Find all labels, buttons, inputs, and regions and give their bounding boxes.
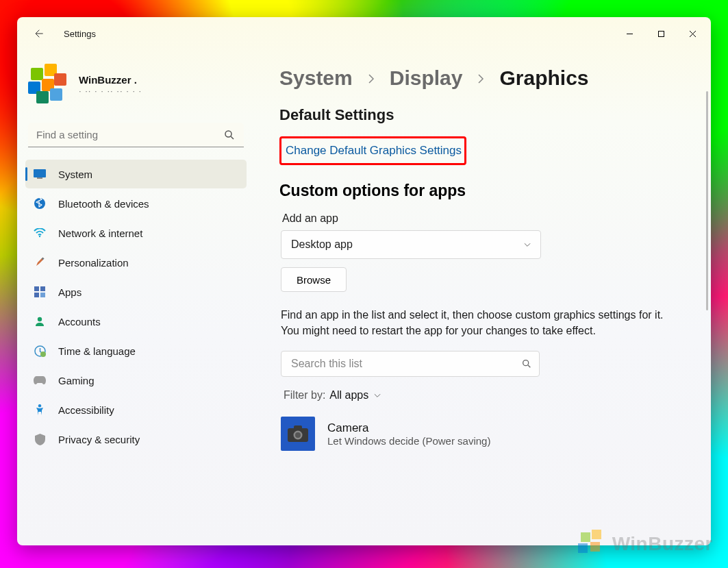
sidebar-item-accounts[interactable]: Accounts: [25, 307, 247, 336]
close-icon: [689, 30, 696, 38]
sidebar-item-label: Bluetooth & devices: [58, 198, 149, 210]
browse-button[interactable]: Browse: [281, 267, 347, 292]
profile-subtitle: · ·· · · ·· ·· · · ·: [79, 86, 142, 96]
back-arrow-icon: [33, 28, 44, 39]
sidebar-item-label: Privacy & security: [58, 434, 140, 445]
accessibility-icon: [34, 404, 46, 416]
desktop-wallpaper: Settings: [0, 0, 728, 568]
apps-icon: [34, 286, 46, 298]
default-settings-heading: Default Settings: [279, 106, 690, 124]
camera-app-icon: [281, 417, 315, 451]
svg-point-14: [38, 404, 41, 407]
system-icon: [34, 168, 46, 180]
sidebar-item-label: Accounts: [58, 316, 101, 328]
search-box[interactable]: [28, 123, 244, 147]
bluetooth-icon: [34, 197, 46, 210]
svg-rect-0: [658, 31, 664, 36]
dropdown-value: Desktop app: [291, 238, 353, 251]
sidebar-item-apps[interactable]: Apps: [25, 277, 247, 306]
svg-rect-8: [40, 286, 45, 291]
sidebar-item-label: Network & internet: [58, 227, 142, 239]
custom-options-heading: Custom options for apps: [279, 182, 690, 200]
profile-name: WinBuzzer .: [79, 74, 142, 86]
breadcrumb-system[interactable]: System: [279, 66, 353, 90]
settings-window: Settings: [17, 17, 711, 545]
sidebar-item-label: Apps: [58, 286, 81, 298]
sidebar: WinBuzzer . · ·· · · ·· ·· · · · System: [17, 50, 253, 545]
minimize-icon: [626, 30, 633, 38]
filter-value: All apps: [329, 389, 368, 402]
sidebar-item-personalization[interactable]: Personalization: [25, 248, 247, 277]
highlight-box: Change Default Graphics Settings: [279, 136, 466, 165]
sidebar-item-bluetooth[interactable]: Bluetooth & devices: [25, 189, 247, 218]
app-type-dropdown[interactable]: Desktop app: [281, 230, 541, 259]
sidebar-item-accessibility[interactable]: Accessibility: [25, 395, 247, 424]
svg-rect-10: [40, 293, 45, 297]
app-subtitle: Let Windows decide (Power saving): [327, 435, 490, 447]
title-bar: Settings: [17, 17, 711, 50]
list-search-box[interactable]: Search this list: [281, 351, 540, 377]
svg-point-19: [295, 432, 301, 438]
svg-rect-7: [34, 286, 39, 291]
sidebar-item-label: System: [58, 169, 92, 180]
profile-block[interactable]: WinBuzzer . · ·· · · ·· ·· · · ·: [25, 60, 247, 119]
person-icon: [34, 315, 46, 328]
filter-row[interactable]: Filter by: All apps: [284, 389, 690, 402]
change-default-graphics-link[interactable]: Change Default Graphics Settings: [286, 144, 462, 157]
nav-list: System Bluetooth & devices Network & int…: [25, 160, 247, 454]
search-icon: [521, 358, 532, 369]
paintbrush-icon: [34, 256, 46, 269]
wifi-icon: [34, 227, 46, 239]
svg-rect-3: [37, 177, 42, 179]
sidebar-item-system[interactable]: System: [25, 160, 247, 188]
breadcrumb-current: Graphics: [499, 66, 588, 90]
svg-point-1: [225, 131, 231, 137]
svg-point-13: [40, 351, 46, 357]
svg-rect-17: [294, 425, 302, 430]
app-title: Settings: [64, 29, 96, 39]
sidebar-item-network[interactable]: Network & internet: [25, 219, 247, 247]
sidebar-item-label: Gaming: [58, 375, 95, 386]
sidebar-item-label: Personalization: [58, 257, 129, 269]
back-button[interactable]: [27, 22, 50, 45]
svg-rect-2: [34, 169, 46, 177]
svg-rect-9: [34, 293, 39, 297]
browse-label: Browse: [297, 274, 331, 286]
gamepad-icon: [34, 374, 46, 386]
add-app-label: Add an app: [282, 212, 690, 225]
maximize-icon: [657, 30, 665, 38]
close-button[interactable]: [677, 23, 708, 45]
shield-icon: [34, 433, 46, 445]
sidebar-item-label: Accessibility: [58, 404, 114, 416]
chevron-down-icon: [373, 391, 382, 400]
watermark-text: WinBuzzer: [612, 533, 713, 555]
app-name: Camera: [327, 421, 490, 435]
sidebar-item-label: Time & language: [58, 345, 136, 357]
sidebar-item-gaming[interactable]: Gaming: [25, 366, 247, 395]
chevron-right-icon: [365, 66, 377, 90]
filter-label: Filter by:: [284, 389, 325, 402]
svg-point-5: [39, 236, 40, 237]
maximize-button[interactable]: [645, 23, 677, 45]
search-icon: [223, 129, 236, 144]
svg-point-11: [38, 317, 42, 321]
minimize-button[interactable]: [614, 23, 645, 45]
chevron-right-icon: [475, 66, 487, 90]
help-text: Find an app in the list and select it, t…: [281, 307, 670, 338]
avatar: [27, 64, 69, 106]
clock-globe-icon: [34, 345, 46, 357]
sidebar-item-time[interactable]: Time & language: [25, 336, 247, 365]
scrollbar[interactable]: [706, 91, 708, 310]
breadcrumb-display[interactable]: Display: [390, 66, 463, 90]
svg-point-15: [523, 360, 529, 366]
breadcrumb: System Display Graphics: [279, 66, 690, 90]
chevron-down-icon: [523, 240, 532, 249]
sidebar-item-privacy[interactable]: Privacy & security: [25, 425, 247, 454]
main-content: System Display Graphics Default Settings…: [253, 50, 711, 545]
app-list-item[interactable]: Camera Let Windows decide (Power saving): [281, 417, 690, 451]
search-input[interactable]: [28, 123, 244, 147]
watermark: WinBuzzer: [578, 530, 713, 558]
list-search-placeholder: Search this list: [291, 358, 362, 370]
